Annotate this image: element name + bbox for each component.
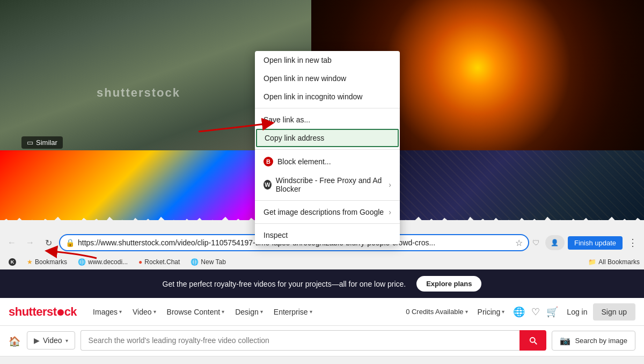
k-favicon: K [9, 258, 16, 266]
design-chevron: ▾ [260, 309, 263, 315]
credits-chevron: ▾ [465, 309, 468, 315]
language-button[interactable]: 🌐 [510, 303, 528, 321]
context-menu: Open link in new tab Open link in new wi… [255, 51, 400, 244]
nav-images[interactable]: Images ▾ [87, 298, 127, 326]
explore-plans-button[interactable]: Explore plans [416, 276, 481, 292]
similar-badge: ▭ Similar [21, 136, 63, 149]
context-block-element[interactable]: B Block element... [255, 152, 400, 171]
search-by-image-label: Search by image [575, 337, 627, 345]
signup-button[interactable]: Sign up [593, 303, 635, 321]
video-type-selector[interactable]: ▶ Video ▾ [27, 331, 75, 350]
bookmarks-right: 📁 All Bookmarks [588, 258, 640, 266]
favorites-button[interactable]: ♡ [528, 303, 543, 321]
search-input-group [80, 330, 547, 351]
search-section: 🏠 ▶ Video ▾ 📷 Search by image [0, 326, 644, 356]
context-open-incognito[interactable]: Open link in incognito window [255, 88, 400, 106]
context-divider-2 [255, 149, 400, 150]
logo-text: shutterstck [9, 305, 77, 319]
bookmark-star-icon[interactable]: ☆ [515, 238, 523, 248]
submenu-arrow-2: › [389, 208, 391, 216]
context-windscribe[interactable]: W Windscribe - Free Proxy and Ad Blocker… [255, 171, 400, 198]
search-button[interactable] [519, 330, 546, 351]
context-inspect[interactable]: Inspect [255, 226, 400, 244]
three-dots-menu[interactable]: ⋮ [626, 237, 640, 249]
context-image-descriptions[interactable]: Get image descriptions from Google › [255, 203, 400, 221]
context-divider-4 [255, 223, 400, 224]
folder-icon: 📁 [588, 258, 596, 266]
search-by-image-button[interactable]: 📷 Search by image [552, 331, 635, 351]
watermark: shutterstock [97, 86, 180, 100]
forward-button[interactable]: → [23, 235, 38, 250]
nav-design[interactable]: Design ▾ [230, 298, 268, 326]
search-row: 🏠 ▶ Video ▾ 📷 Search by image [0, 326, 644, 356]
context-divider-3 [255, 200, 400, 201]
video-chevron: ▾ [153, 309, 156, 315]
browse-chevron: ▾ [222, 309, 224, 315]
site-navbar: shutterstck Images ▾ Video ▾ Browse Cont… [0, 298, 644, 326]
nav-credits[interactable]: 0 Credits Available ▾ [401, 308, 472, 316]
search-input[interactable] [80, 330, 520, 351]
context-divider-1 [255, 108, 400, 108]
banner-text: Get the perfect royalty-free videos for … [163, 280, 406, 288]
bookmark-rocket[interactable]: ● Rocket.Chat [134, 257, 184, 267]
video-type-chevron: ▾ [65, 338, 68, 344]
all-bookmarks-label[interactable]: All Bookmarks [598, 258, 640, 266]
images-chevron: ▾ [119, 309, 122, 315]
block-icon: B [264, 157, 273, 166]
star-favicon: ★ [27, 258, 33, 266]
nav-pricing[interactable]: Pricing ▾ [472, 298, 510, 326]
submenu-arrow-1: › [389, 180, 391, 189]
promo-banner: Get the perfect royalty-free videos for … [0, 270, 644, 298]
home-icon-container: 🏠 [9, 336, 20, 347]
bookmark-k[interactable]: K [4, 257, 20, 267]
shutterstock-logo[interactable]: shutterstck [9, 305, 77, 319]
rocket-favicon: ● [138, 258, 142, 266]
cart-button[interactable]: 🛒 [543, 303, 561, 321]
context-open-new-window[interactable]: Open link in new window [255, 69, 400, 88]
pricing-chevron: ▾ [502, 309, 504, 315]
back-button[interactable]: ← [4, 235, 19, 250]
video-type-label: Video [43, 336, 62, 345]
shield-icon: 🛡 [532, 238, 540, 247]
camera-icon: 📷 [560, 336, 570, 346]
finish-update-button[interactable]: Finish update [568, 236, 623, 250]
windscribe-icon: W [264, 180, 272, 190]
context-open-new-tab[interactable]: Open link in new tab [255, 51, 400, 69]
rocket-label: Rocket.Chat [144, 258, 180, 266]
home-icon[interactable]: 🏠 [9, 336, 20, 347]
video-icon: ▶ [34, 336, 40, 345]
logo-circle [57, 309, 64, 316]
newtab-label: New Tab [201, 258, 225, 266]
enterprise-chevron: ▾ [310, 309, 312, 315]
profile-avatar[interactable]: 👤 [545, 235, 565, 250]
red-arrow-1 [193, 105, 276, 137]
nav-enterprise[interactable]: Enterprise ▾ [268, 298, 318, 326]
bookmark-newtab[interactable]: 🌐 New Tab [186, 257, 230, 267]
login-button[interactable]: Log in [561, 304, 592, 319]
context-save-link[interactable]: Save link as... [255, 111, 400, 129]
nav-video[interactable]: Video ▾ [127, 298, 162, 326]
context-copy-link[interactable]: Copy link address [256, 129, 399, 147]
red-arrow-2 [43, 243, 102, 262]
nav-browse[interactable]: Browse Content ▾ [162, 298, 230, 326]
search-icon [528, 336, 538, 345]
newtab-favicon: 🌐 [191, 258, 199, 266]
